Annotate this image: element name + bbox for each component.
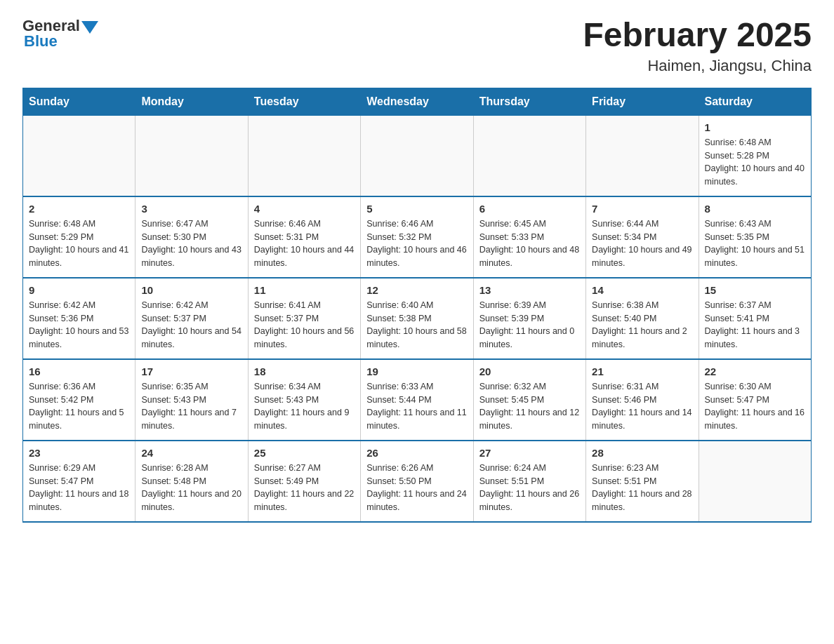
day-info: Sunrise: 6:45 AM Sunset: 5:33 PM Dayligh…: [479, 217, 580, 270]
day-info: Sunrise: 6:41 AM Sunset: 5:37 PM Dayligh…: [254, 299, 355, 351]
day-info: Sunrise: 6:31 AM Sunset: 5:46 PM Dayligh…: [592, 380, 692, 433]
day-info: Sunrise: 6:33 AM Sunset: 5:44 PM Dayligh…: [366, 380, 467, 433]
calendar-cell: 14Sunrise: 6:38 AM Sunset: 5:40 PM Dayli…: [586, 278, 699, 359]
day-info: Sunrise: 6:30 AM Sunset: 5:47 PM Dayligh…: [705, 380, 805, 433]
day-number: 10: [141, 284, 241, 296]
calendar-title: February 2025: [583, 17, 812, 54]
day-number: 15: [705, 284, 805, 296]
calendar-cell: 28Sunrise: 6:23 AM Sunset: 5:51 PM Dayli…: [586, 441, 699, 522]
day-number: 27: [479, 447, 580, 459]
day-info: Sunrise: 6:42 AM Sunset: 5:36 PM Dayligh…: [29, 299, 129, 351]
calendar-cell: [586, 115, 699, 196]
calendar-header-row: SundayMondayTuesdayWednesdayThursdayFrid…: [23, 88, 812, 115]
day-info: Sunrise: 6:46 AM Sunset: 5:32 PM Dayligh…: [366, 217, 467, 270]
calendar-cell: 15Sunrise: 6:37 AM Sunset: 5:41 PM Dayli…: [699, 278, 811, 359]
calendar-cell: [135, 115, 248, 196]
calendar-cell: 25Sunrise: 6:27 AM Sunset: 5:49 PM Dayli…: [248, 441, 360, 522]
day-number: 1: [705, 121, 805, 133]
day-number: 26: [366, 447, 467, 459]
calendar-cell: 21Sunrise: 6:31 AM Sunset: 5:46 PM Dayli…: [586, 359, 699, 441]
calendar-cell: 26Sunrise: 6:26 AM Sunset: 5:50 PM Dayli…: [361, 441, 473, 522]
calendar-week-row: 2Sunrise: 6:48 AM Sunset: 5:29 PM Daylig…: [23, 196, 812, 278]
day-info: Sunrise: 6:23 AM Sunset: 5:51 PM Dayligh…: [592, 462, 692, 514]
day-number: 8: [705, 203, 805, 215]
calendar-cell: 16Sunrise: 6:36 AM Sunset: 5:42 PM Dayli…: [23, 359, 135, 441]
calendar-cell: 3Sunrise: 6:47 AM Sunset: 5:30 PM Daylig…: [135, 196, 248, 278]
title-block: February 2025 Haimen, Jiangsu, China: [583, 17, 812, 75]
calendar-week-row: 16Sunrise: 6:36 AM Sunset: 5:42 PM Dayli…: [23, 359, 812, 441]
calendar-cell: 10Sunrise: 6:42 AM Sunset: 5:37 PM Dayli…: [135, 278, 248, 359]
day-number: 23: [29, 447, 129, 459]
calendar-cell: [699, 441, 811, 522]
calendar-cell: 24Sunrise: 6:28 AM Sunset: 5:48 PM Dayli…: [135, 441, 248, 522]
day-info: Sunrise: 6:48 AM Sunset: 5:29 PM Dayligh…: [29, 217, 129, 270]
day-info: Sunrise: 6:42 AM Sunset: 5:37 PM Dayligh…: [141, 299, 241, 351]
day-of-week-header: Friday: [586, 88, 699, 115]
day-of-week-header: Thursday: [473, 88, 585, 115]
day-of-week-header: Monday: [135, 88, 248, 115]
calendar-cell: 20Sunrise: 6:32 AM Sunset: 5:45 PM Dayli…: [473, 359, 585, 441]
day-info: Sunrise: 6:47 AM Sunset: 5:30 PM Dayligh…: [141, 217, 241, 270]
day-number: 13: [479, 284, 580, 296]
day-number: 12: [366, 284, 467, 296]
calendar-week-row: 23Sunrise: 6:29 AM Sunset: 5:47 PM Dayli…: [23, 441, 812, 522]
calendar-week-row: 1Sunrise: 6:48 AM Sunset: 5:28 PM Daylig…: [23, 115, 812, 196]
day-info: Sunrise: 6:24 AM Sunset: 5:51 PM Dayligh…: [479, 462, 580, 514]
logo-blue-text: Blue: [24, 32, 58, 51]
calendar-cell: 13Sunrise: 6:39 AM Sunset: 5:39 PM Dayli…: [473, 278, 585, 359]
day-info: Sunrise: 6:32 AM Sunset: 5:45 PM Dayligh…: [479, 380, 580, 433]
day-number: 6: [479, 203, 580, 215]
calendar-table: SundayMondayTuesdayWednesdayThursdayFrid…: [22, 88, 812, 523]
day-info: Sunrise: 6:43 AM Sunset: 5:35 PM Dayligh…: [705, 217, 805, 270]
day-number: 5: [366, 203, 467, 215]
day-number: 21: [592, 365, 692, 377]
day-number: 25: [254, 447, 355, 459]
day-number: 22: [705, 365, 805, 377]
day-info: Sunrise: 6:36 AM Sunset: 5:42 PM Dayligh…: [29, 380, 129, 433]
day-number: 19: [366, 365, 467, 377]
day-number: 4: [254, 203, 355, 215]
day-info: Sunrise: 6:26 AM Sunset: 5:50 PM Dayligh…: [366, 462, 467, 514]
calendar-cell: 5Sunrise: 6:46 AM Sunset: 5:32 PM Daylig…: [361, 196, 473, 278]
calendar-week-row: 9Sunrise: 6:42 AM Sunset: 5:36 PM Daylig…: [23, 278, 812, 359]
day-number: 2: [29, 203, 129, 215]
day-number: 18: [254, 365, 355, 377]
day-info: Sunrise: 6:40 AM Sunset: 5:38 PM Dayligh…: [366, 299, 467, 351]
calendar-cell: 23Sunrise: 6:29 AM Sunset: 5:47 PM Dayli…: [23, 441, 135, 522]
page-header: General Blue February 2025 Haimen, Jiang…: [22, 17, 812, 75]
day-number: 3: [141, 203, 241, 215]
day-number: 28: [592, 447, 692, 459]
calendar-cell: 12Sunrise: 6:40 AM Sunset: 5:38 PM Dayli…: [361, 278, 473, 359]
day-number: 11: [254, 284, 355, 296]
calendar-cell: 27Sunrise: 6:24 AM Sunset: 5:51 PM Dayli…: [473, 441, 585, 522]
calendar-cell: 2Sunrise: 6:48 AM Sunset: 5:29 PM Daylig…: [23, 196, 135, 278]
calendar-cell: 22Sunrise: 6:30 AM Sunset: 5:47 PM Dayli…: [699, 359, 811, 441]
calendar-cell: 6Sunrise: 6:45 AM Sunset: 5:33 PM Daylig…: [473, 196, 585, 278]
day-number: 14: [592, 284, 692, 296]
day-of-week-header: Sunday: [23, 88, 135, 115]
day-info: Sunrise: 6:29 AM Sunset: 5:47 PM Dayligh…: [29, 462, 129, 514]
day-info: Sunrise: 6:37 AM Sunset: 5:41 PM Dayligh…: [705, 299, 805, 351]
calendar-cell: 8Sunrise: 6:43 AM Sunset: 5:35 PM Daylig…: [699, 196, 811, 278]
day-number: 16: [29, 365, 129, 377]
day-info: Sunrise: 6:28 AM Sunset: 5:48 PM Dayligh…: [141, 462, 241, 514]
calendar-cell: [473, 115, 585, 196]
calendar-cell: 11Sunrise: 6:41 AM Sunset: 5:37 PM Dayli…: [248, 278, 360, 359]
calendar-cell: [248, 115, 360, 196]
day-number: 9: [29, 284, 129, 296]
calendar-cell: 19Sunrise: 6:33 AM Sunset: 5:44 PM Dayli…: [361, 359, 473, 441]
day-of-week-header: Wednesday: [361, 88, 473, 115]
calendar-subtitle: Haimen, Jiangsu, China: [583, 57, 812, 75]
calendar-cell: 17Sunrise: 6:35 AM Sunset: 5:43 PM Dayli…: [135, 359, 248, 441]
day-of-week-header: Tuesday: [248, 88, 360, 115]
day-info: Sunrise: 6:35 AM Sunset: 5:43 PM Dayligh…: [141, 380, 241, 433]
calendar-cell: [361, 115, 473, 196]
calendar-cell: 18Sunrise: 6:34 AM Sunset: 5:43 PM Dayli…: [248, 359, 360, 441]
day-info: Sunrise: 6:44 AM Sunset: 5:34 PM Dayligh…: [592, 217, 692, 270]
day-of-week-header: Saturday: [699, 88, 811, 115]
calendar-cell: 1Sunrise: 6:48 AM Sunset: 5:28 PM Daylig…: [699, 115, 811, 196]
calendar-cell: 4Sunrise: 6:46 AM Sunset: 5:31 PM Daylig…: [248, 196, 360, 278]
day-number: 24: [141, 447, 241, 459]
day-info: Sunrise: 6:48 AM Sunset: 5:28 PM Dayligh…: [705, 136, 805, 189]
logo: General Blue: [22, 17, 98, 51]
